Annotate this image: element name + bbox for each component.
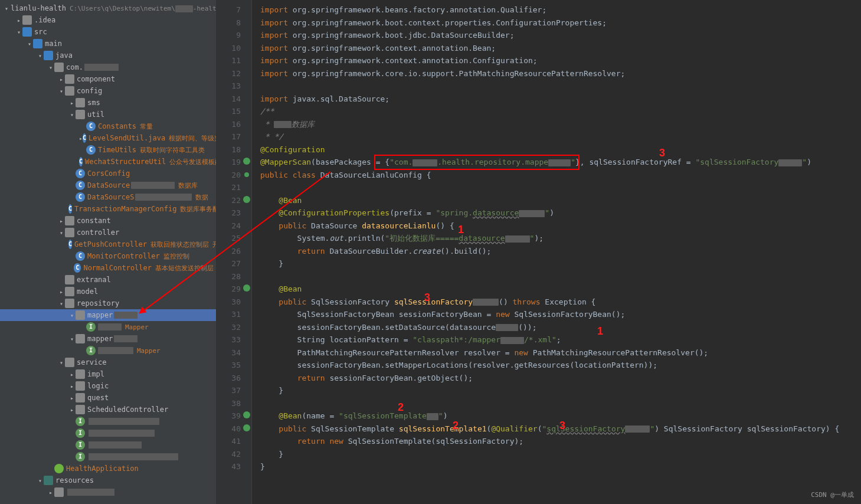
- code-line[interactable]: [260, 270, 861, 283]
- expand-arrow[interactable]: [5, 5, 8, 12]
- expand-arrow[interactable]: [15, 29, 22, 35]
- code-line[interactable]: /**: [260, 105, 861, 118]
- expand-arrow[interactable]: [58, 359, 65, 366]
- code-line[interactable]: return DataSourceBuilder.create().build(…: [260, 245, 861, 258]
- tree-item-sms[interactable]: sms: [0, 97, 216, 109]
- code-line[interactable]: @ConfigurationProperties(prefix = "sprin…: [260, 207, 861, 220]
- expand-arrow[interactable]: [47, 489, 54, 496]
- gutter-icon[interactable]: [243, 158, 250, 165]
- tree-item-java[interactable]: java: [0, 50, 216, 61]
- tree-item-blur[interactable]: [0, 486, 216, 498]
- tree-item-resources[interactable]: resources: [0, 474, 216, 486]
- code-line[interactable]: [260, 397, 861, 410]
- gutter-icon[interactable]: [243, 284, 250, 292]
- tree-item-component[interactable]: component: [0, 73, 216, 85]
- expand-arrow[interactable]: [68, 100, 76, 106]
- code-line[interactable]: }: [260, 460, 861, 473]
- expand-arrow[interactable]: [58, 300, 65, 307]
- tree-item-LevelSendUtil.java[interactable]: LevelSendUtil.java根据时间、等级判断: [0, 132, 216, 144]
- tree-item-com.[interactable]: com.: [0, 61, 216, 73]
- tree-item-CorsConfig[interactable]: CorsConfig: [0, 168, 216, 179]
- tree-item-DataSource[interactable]: DataSource数据库: [0, 179, 216, 191]
- code-line[interactable]: import org.springframework.boot.context.…: [260, 17, 861, 30]
- code-line[interactable]: SqlSessionFactoryBean sessionFactoryBean…: [260, 308, 861, 321]
- tree-item-extranal[interactable]: extranal: [0, 274, 216, 286]
- expand-arrow[interactable]: [47, 64, 54, 71]
- code-line[interactable]: @Bean(name = "sqlSessionTemplate"): [260, 410, 861, 423]
- gutter-icon[interactable]: [243, 411, 250, 418]
- code-line[interactable]: public SqlSessionTemplate sqlSessionTemp…: [260, 423, 861, 436]
- gutter-icon[interactable]: [243, 196, 250, 203]
- tree-item-NormalController[interactable]: NormalController基本短信发送控制层: [0, 262, 216, 274]
- tree-item-MonitorController[interactable]: MonitorController监控控制: [0, 250, 216, 262]
- code-line[interactable]: public DataSource datasourceLianlu() {: [260, 220, 861, 233]
- code-line[interactable]: import org.springframework.context.annot…: [260, 42, 861, 55]
- code-line[interactable]: }: [260, 257, 861, 270]
- code-area[interactable]: import org.springframework.beans.factory…: [252, 0, 861, 504]
- tree-item-blur[interactable]: [0, 439, 216, 451]
- code-line[interactable]: * 数据库: [260, 118, 861, 131]
- tree-item-service[interactable]: service: [0, 356, 216, 368]
- expand-arrow[interactable]: [68, 312, 76, 319]
- expand-arrow[interactable]: [37, 53, 44, 59]
- expand-arrow[interactable]: [68, 371, 76, 378]
- tree-item-impl[interactable]: impl: [0, 368, 216, 380]
- tree-item-logic[interactable]: logic: [0, 380, 216, 392]
- tree-item-config[interactable]: config: [0, 85, 216, 97]
- code-line[interactable]: }: [260, 448, 861, 461]
- tree-item-blur[interactable]: Mapper: [0, 345, 216, 356]
- code-line[interactable]: return new SqlSessionTemplate(sqlSession…: [260, 435, 861, 448]
- tree-item-src[interactable]: src: [0, 26, 216, 38]
- tree-item-controller[interactable]: controller: [0, 227, 216, 238]
- expand-arrow[interactable]: [68, 407, 76, 413]
- tree-item-mapper[interactable]: mapper: [0, 333, 216, 345]
- tree-item-blur[interactable]: [0, 415, 216, 427]
- code-line[interactable]: System.out.println("初始化数据库=====datasourc…: [260, 232, 861, 245]
- code-line[interactable]: @Bean: [260, 283, 861, 296]
- code-line[interactable]: @Bean: [260, 194, 861, 207]
- expand-arrow[interactable]: [58, 289, 65, 295]
- gutter-icon[interactable]: [244, 172, 249, 177]
- tree-item-mapper[interactable]: mapper: [0, 309, 216, 321]
- code-line[interactable]: }: [260, 384, 861, 397]
- code-line[interactable]: sessionFactoryBean.setDataSource(datasou…: [260, 321, 861, 334]
- tree-item-ScheduledController[interactable]: ScheduledController: [0, 404, 216, 415]
- expand-arrow[interactable]: [58, 230, 65, 236]
- expand-arrow[interactable]: [15, 17, 22, 24]
- tree-item-model[interactable]: model: [0, 286, 216, 297]
- expand-arrow[interactable]: [58, 76, 65, 83]
- tree-item-Constants[interactable]: Constants常量: [0, 120, 216, 132]
- tree-item-constant[interactable]: constant: [0, 215, 216, 227]
- expand-arrow[interactable]: [37, 477, 44, 484]
- code-line[interactable]: PathMatchingResourcePatternResolver reso…: [260, 346, 861, 359]
- project-tree[interactable]: lianlu-healthC:\Users\q\Desktop\newitem\…: [0, 0, 217, 504]
- tree-item-TransactionManagerConfig[interactable]: TransactionManagerConfig数据库事务配: [0, 203, 216, 215]
- tree-item-main[interactable]: main: [0, 38, 216, 50]
- code-line[interactable]: import org.springframework.beans.factory…: [260, 4, 861, 17]
- tree-item-blur[interactable]: Mapper: [0, 321, 216, 333]
- expand-arrow[interactable]: [68, 395, 76, 401]
- tree-item-blur[interactable]: [0, 451, 216, 463]
- code-line[interactable]: import javax.sql.DataSource;: [260, 93, 861, 106]
- expand-arrow[interactable]: [58, 88, 65, 94]
- tree-item-quest[interactable]: quest: [0, 392, 216, 404]
- tree-item-GetPushController[interactable]: GetPushController获取回推状态控制层 开: [0, 238, 216, 250]
- tree-item-util[interactable]: util: [0, 109, 216, 120]
- code-line[interactable]: import org.springframework.core.io.suppo…: [260, 67, 861, 80]
- code-line[interactable]: import org.springframework.context.annot…: [260, 54, 861, 67]
- code-line[interactable]: * */: [260, 130, 861, 143]
- expand-arrow[interactable]: [68, 383, 76, 390]
- code-line[interactable]: public SqlSessionFactory sqlSessionFacto…: [260, 296, 861, 309]
- code-line[interactable]: public class DataSourceLianluConfig {: [260, 169, 861, 182]
- code-line[interactable]: @MapperScan(basePackages = {"com..health…: [260, 156, 861, 169]
- expand-arrow[interactable]: [68, 112, 76, 118]
- expand-arrow[interactable]: [68, 336, 76, 342]
- expand-arrow[interactable]: [58, 218, 65, 224]
- gutter-icon[interactable]: [243, 424, 250, 431]
- code-line[interactable]: [260, 80, 861, 93]
- code-line[interactable]: String locationPattern = "classpath*:/ma…: [260, 333, 861, 346]
- tree-item-HealthApplication[interactable]: HealthApplication: [0, 463, 216, 474]
- code-line[interactable]: @Configuration: [260, 143, 861, 156]
- code-line[interactable]: [260, 181, 861, 194]
- tree-item-TimeUtils[interactable]: TimeUtils获取时间字符串工具类: [0, 144, 216, 156]
